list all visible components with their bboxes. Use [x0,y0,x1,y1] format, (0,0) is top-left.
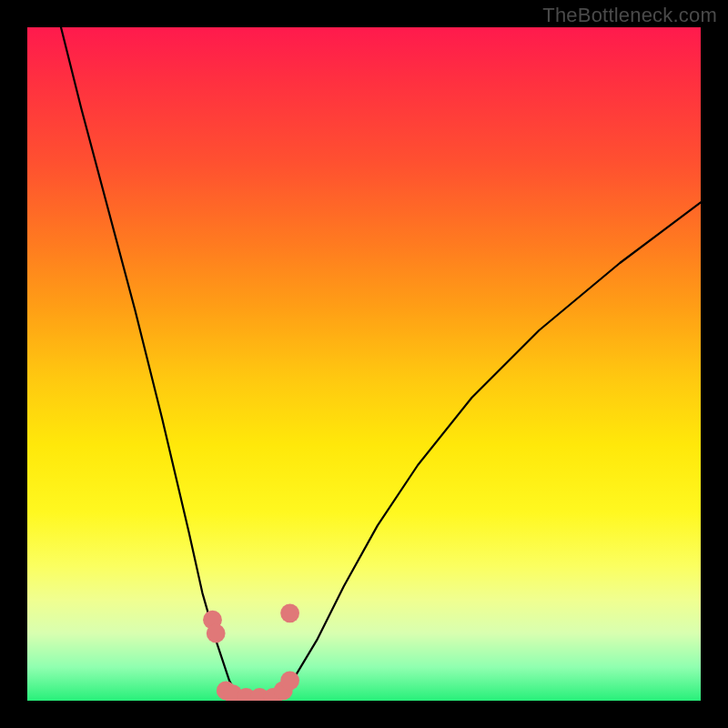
marker-dot [280,671,299,690]
curve-right-curve [277,202,701,701]
curve-layer [27,27,701,701]
plot-area [27,27,701,701]
marker-dot [280,603,299,622]
chart-frame: TheBottleneck.com [0,0,728,728]
watermark-text: TheBottleneck.com [542,4,717,27]
curve-left-curve [61,27,249,701]
marker-dot [207,624,226,643]
